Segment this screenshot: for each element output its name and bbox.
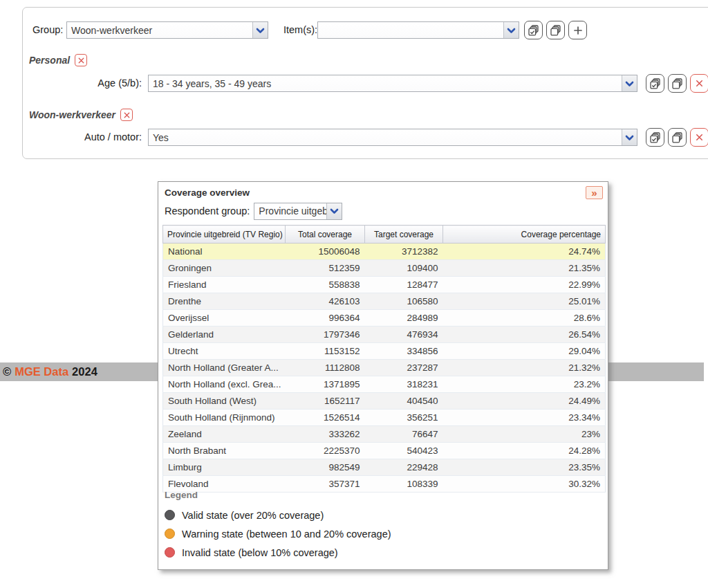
table-row[interactable]: Drenthe42610310658025.01%: [163, 293, 606, 310]
chevron-down-icon: [622, 75, 637, 91]
region-cell: South Holland (Rijnmond): [163, 410, 286, 426]
expand-panel-button[interactable]: »: [586, 186, 603, 199]
copy-values-button[interactable]: [668, 128, 687, 147]
add-item-button[interactable]: [568, 21, 587, 39]
items-select[interactable]: [317, 21, 519, 39]
total-coverage-cell: 1652117: [286, 393, 365, 410]
table-row[interactable]: Groningen51235910940021.35%: [163, 260, 606, 277]
table-row[interactable]: South Holland (Rijnmond)152651435625123.…: [163, 410, 606, 426]
coverage-percentage-cell: 23%: [443, 426, 606, 443]
table-row[interactable]: National15006048371238224.74%: [163, 244, 606, 260]
target-coverage-cell: 229428: [365, 459, 443, 476]
total-coverage-cell: 982549: [286, 459, 365, 476]
remove-filter-button[interactable]: [690, 74, 708, 93]
copy-checked-items-button[interactable]: [524, 21, 543, 39]
legend-label: Warning state (between 10 and 20% covera…: [182, 529, 391, 540]
remove-filter-button[interactable]: [690, 128, 708, 147]
table-row[interactable]: Zeeland3332627664723%: [163, 426, 606, 443]
table-row[interactable]: South Holland (West)165211740454024.49%: [163, 393, 606, 410]
copy-checked-values-button[interactable]: [646, 74, 664, 93]
double-chevron-right-icon: »: [591, 187, 597, 199]
remove-section-button[interactable]: [75, 54, 87, 66]
region-cell: Utrecht: [163, 343, 286, 360]
total-coverage-cell: 426103: [286, 293, 365, 310]
coverage-overview-panel: Coverage overview » Respondent group: Pr…: [158, 181, 608, 570]
total-coverage-cell: 1526514: [286, 410, 365, 426]
total-coverage-cell: 1153152: [286, 343, 365, 360]
group-label: Group:: [32, 21, 63, 39]
copy-checked-values-button[interactable]: [646, 128, 664, 147]
table-row[interactable]: North Brabant222537054042324.28%: [163, 443, 606, 459]
chevron-down-icon: [503, 22, 519, 38]
column-header: Provincie uitgebreid (TV Regio): [163, 226, 286, 244]
copy-items-button[interactable]: [546, 21, 565, 39]
copy-checked-icon: [650, 78, 661, 89]
column-header: Coverage percentage: [443, 226, 606, 244]
filter-section-personal: Personal: [29, 54, 87, 66]
close-icon: [694, 132, 705, 143]
respondent-group-select[interactable]: Provincie uitgeb: [254, 203, 342, 220]
copy-icon: [672, 132, 683, 143]
coverage-percentage-cell: 30.32%: [443, 476, 606, 493]
copy-icon: [672, 78, 683, 89]
region-cell: Overijssel: [163, 310, 286, 327]
legend-title: Legend: [165, 490, 391, 500]
coverage-table-body: National15006048371238224.74%Groningen51…: [163, 244, 606, 493]
group-items-row: Group: Woon-werkverkeer Item(s):: [23, 21, 708, 39]
region-cell: North Holland (excl. Grea...: [163, 376, 286, 393]
copyright-symbol: ©: [3, 365, 11, 378]
region-cell: Friesland: [163, 277, 286, 293]
filter-row-age: Age (5/b): 18 - 34 years, 35 - 49 years: [23, 75, 708, 92]
region-cell: Gelderland: [163, 327, 286, 343]
coverage-percentage-cell: 23.34%: [443, 410, 606, 426]
close-icon: [77, 56, 86, 65]
region-cell: Limburg: [163, 459, 286, 476]
plus-icon: [572, 25, 584, 36]
region-cell: Zeeland: [163, 426, 286, 443]
legend-item: Warning state (between 10 and 20% covera…: [165, 524, 391, 543]
target-coverage-cell: 237287: [365, 360, 443, 376]
target-coverage-cell: 76647: [365, 426, 443, 443]
target-coverage-cell: 476934: [365, 327, 443, 343]
target-coverage-cell: 106580: [365, 293, 443, 310]
remove-section-button[interactable]: [120, 109, 133, 121]
table-row[interactable]: Limburg98254922942823.35%: [163, 459, 606, 476]
total-coverage-cell: 2225370: [286, 443, 365, 459]
total-coverage-cell: 15006048: [286, 244, 365, 260]
coverage-percentage-cell: 22.99%: [443, 277, 606, 293]
respondent-group-label: Respondent group:: [165, 205, 250, 217]
coverage-percentage-cell: 21.35%: [443, 260, 606, 277]
section-title-text: Woon-werkverkeer: [29, 109, 115, 120]
region-cell: North Brabant: [163, 443, 286, 459]
coverage-percentage-cell: 23.2%: [443, 376, 606, 393]
table-row[interactable]: Overijssel99636428498928.6%: [163, 310, 606, 327]
table-row[interactable]: Friesland55883812847722.99%: [163, 277, 606, 293]
table-row[interactable]: Gelderland179734647693426.54%: [163, 327, 606, 343]
legend-label: Valid state (over 20% coverage): [182, 510, 324, 521]
table-row[interactable]: Utrecht115315233485629.04%: [163, 343, 606, 360]
total-coverage-cell: 1112808: [286, 360, 365, 376]
coverage-percentage-cell: 23.35%: [443, 459, 606, 476]
respondent-group-row: Respondent group: Provincie uitgeb: [165, 203, 342, 219]
panel-title: Coverage overview: [165, 187, 250, 198]
group-select[interactable]: Woon-werkverkeer: [66, 21, 268, 39]
age-select[interactable]: 18 - 34 years, 35 - 49 years: [148, 75, 637, 92]
close-icon: [694, 78, 705, 89]
auto-motor-select[interactable]: Yes: [148, 129, 637, 146]
filter-section-woon-werkverkeer: Woon-werkverkeer: [29, 109, 133, 121]
filter-panel: Group: Woon-werkverkeer Item(s): Persona…: [22, 7, 708, 159]
target-coverage-cell: 318231: [365, 376, 443, 393]
coverage-table: Provincie uitgebreid (TV Regio)Total cov…: [162, 225, 605, 493]
page: Group: Woon-werkverkeer Item(s): Persona…: [0, 0, 708, 588]
status-dot-icon: [165, 547, 175, 558]
group-select-value: Woon-werkverkeer: [67, 23, 252, 38]
legend: Legend Valid state (over 20% coverage)Wa…: [165, 490, 391, 562]
total-coverage-cell: 558838: [286, 277, 365, 293]
copy-values-button[interactable]: [668, 74, 687, 93]
table-row[interactable]: North Holland (Greater A...1112808237287…: [163, 360, 606, 376]
table-row[interactable]: North Holland (excl. Grea...137189531823…: [163, 376, 606, 393]
copy-checked-icon: [650, 132, 661, 143]
brand-link[interactable]: MGE Data: [15, 365, 68, 378]
age-select-value: 18 - 34 years, 35 - 49 years: [149, 76, 622, 91]
target-coverage-cell: 356251: [365, 410, 443, 426]
